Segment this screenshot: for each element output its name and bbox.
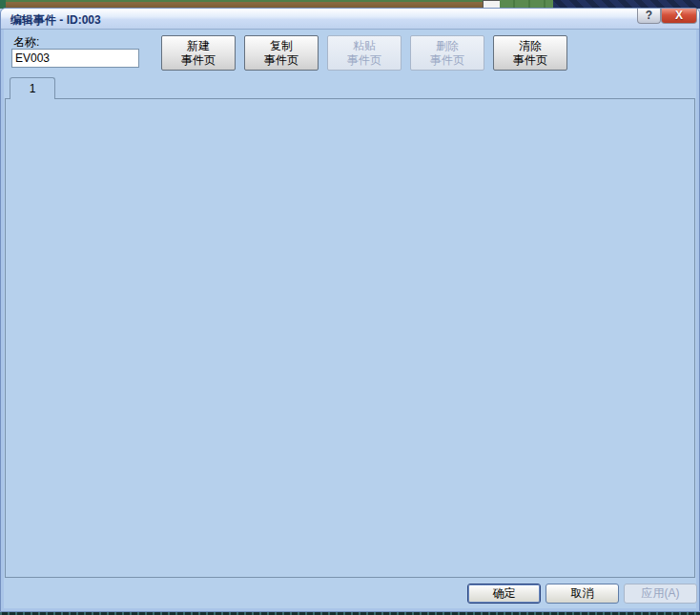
title-bar[interactable]: 编辑事件 - ID:003 <box>1 9 699 30</box>
event-name-value: EV003 <box>15 51 50 65</box>
help-button[interactable]: ? <box>637 9 661 24</box>
button-label: 新建 <box>187 39 210 53</box>
button-label: 事件页 <box>513 53 547 68</box>
new-event-page-button[interactable]: 新建 事件页 <box>161 35 236 71</box>
button-label: 清除 <box>519 39 542 53</box>
button-label: 事件页 <box>264 53 299 68</box>
button-label: 事件页 <box>347 53 381 68</box>
ok-button[interactable]: 确定 <box>467 584 541 604</box>
tab-page-body <box>5 98 695 578</box>
window-title: 编辑事件 - ID:003 <box>10 12 101 29</box>
cancel-button[interactable]: 取消 <box>546 584 619 604</box>
event-name-input[interactable]: EV003 <box>11 49 139 68</box>
help-icon: ? <box>646 9 652 22</box>
button-label: 复制 <box>270 39 293 53</box>
button-label: 事件页 <box>430 53 464 68</box>
delete-event-page-button: 删除 事件页 <box>410 35 484 71</box>
close-button[interactable]: X <box>661 9 697 24</box>
paste-event-page-button: 粘贴 事件页 <box>327 35 401 71</box>
copy-event-page-button[interactable]: 复制 事件页 <box>244 35 319 71</box>
button-label: 事件页 <box>181 53 216 68</box>
clear-event-page-button[interactable]: 清除 事件页 <box>493 35 567 71</box>
button-label: 删除 <box>436 39 459 53</box>
tab-page-1[interactable]: 1 <box>10 77 55 99</box>
button-label: 粘贴 <box>353 39 376 53</box>
close-icon: X <box>675 9 683 22</box>
apply-button: 应用(A) <box>624 584 697 604</box>
